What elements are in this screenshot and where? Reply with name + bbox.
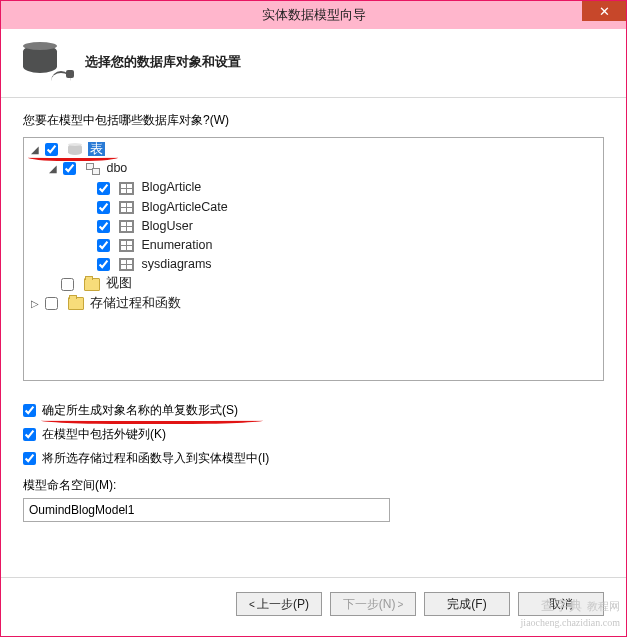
options-area: 确定所生成对象名称的单复数形式(S) 在模型中包括外键列(K) 将所选存储过程和… [23, 395, 604, 522]
chevron-left-icon: < [249, 599, 255, 610]
option-import-sprocs-row: 将所选存储过程和函数导入到实体模型中(I) [23, 450, 604, 467]
wizard-header: 选择您的数据库对象和设置 [1, 29, 626, 98]
table-checkbox[interactable] [97, 201, 110, 214]
schema-checkbox[interactable] [63, 162, 76, 175]
tree-node-table[interactable]: ▸ BlogUser [26, 217, 601, 236]
back-button[interactable]: < 上一步(P) [236, 592, 322, 616]
sprocs-label: 存储过程和函数 [90, 296, 181, 310]
wizard-window: 实体数据模型向导 ✕ 选择您的数据库对象和设置 您要在模型中包括哪些数据库对象?… [0, 0, 627, 637]
table-label: BlogArticle [141, 181, 201, 195]
chevron-right-icon: > [397, 599, 403, 610]
import-sprocs-label: 将所选存储过程和函数导入到实体模型中(I) [42, 450, 269, 467]
namespace-label: 模型命名空间(M): [23, 477, 604, 494]
option-include-fk-row: 在模型中包括外键列(K) [23, 426, 604, 443]
object-tree[interactable]: ◢ 表 ◢ dbo ▸ BlogArticle ▸ Bl [23, 137, 604, 381]
tree-node-schema-dbo[interactable]: ◢ dbo [26, 159, 601, 178]
tree-node-table[interactable]: ▸ BlogArticleCate [26, 198, 601, 217]
folder-icon [68, 297, 84, 310]
close-icon: ✕ [599, 4, 610, 19]
collapse-icon[interactable]: ▷ [30, 294, 40, 313]
include-fk-checkbox[interactable] [23, 428, 36, 441]
tree-node-views[interactable]: ▸ 视图 [26, 274, 601, 293]
table-checkbox[interactable] [97, 182, 110, 195]
window-title: 实体数据模型向导 [262, 6, 366, 24]
schema-label: dbo [106, 161, 127, 175]
option-pluralize-row: 确定所生成对象名称的单复数形式(S) [23, 402, 604, 419]
table-checkbox[interactable] [97, 220, 110, 233]
wizard-content: 您要在模型中包括哪些数据库对象?(W) ◢ 表 ◢ dbo ▸ BlogArti… [1, 98, 626, 577]
select-objects-label: 您要在模型中包括哪些数据库对象?(W) [23, 112, 604, 129]
schema-icon [86, 163, 100, 175]
namespace-input[interactable] [23, 498, 390, 522]
next-button: 下一步(N) > [330, 592, 416, 616]
table-checkbox[interactable] [97, 239, 110, 252]
import-sprocs-checkbox[interactable] [23, 452, 36, 465]
tables-root-checkbox[interactable] [45, 143, 58, 156]
wizard-subtitle: 选择您的数据库对象和设置 [85, 53, 241, 71]
include-fk-label: 在模型中包括外键列(K) [42, 426, 166, 443]
pluralize-label: 确定所生成对象名称的单复数形式(S) [42, 402, 238, 419]
expand-icon[interactable]: ◢ [30, 140, 40, 159]
views-label: 视图 [106, 277, 132, 291]
database-small-icon [68, 144, 82, 155]
database-icon [23, 45, 65, 79]
table-label: BlogUser [141, 219, 192, 233]
close-button[interactable]: ✕ [582, 1, 626, 21]
expand-icon[interactable]: ◢ [48, 159, 58, 178]
table-icon [119, 258, 134, 271]
tree-node-table[interactable]: ▸ Enumeration [26, 236, 601, 255]
tree-node-table[interactable]: ▸ sysdiagrams [26, 255, 601, 274]
next-button-label: 下一步(N) [343, 596, 396, 613]
tree-node-table[interactable]: ▸ BlogArticle [26, 178, 601, 197]
tree-node-sprocs[interactable]: ▷ 存储过程和函数 [26, 294, 601, 313]
folder-icon [84, 278, 100, 291]
table-icon [119, 182, 134, 195]
titlebar: 实体数据模型向导 ✕ [1, 1, 626, 29]
table-label: BlogArticleCate [141, 200, 227, 214]
table-checkbox[interactable] [97, 258, 110, 271]
finish-button-label: 完成(F) [447, 596, 486, 613]
tables-root-label: 表 [88, 142, 105, 156]
table-icon [119, 201, 134, 214]
table-icon [119, 220, 134, 233]
cancel-button[interactable]: 取消 [518, 592, 604, 616]
cancel-button-label: 取消 [549, 596, 573, 613]
table-label: sysdiagrams [141, 257, 211, 271]
pluralize-checkbox[interactable] [23, 404, 36, 417]
tree-node-tables-root[interactable]: ◢ 表 [26, 140, 601, 159]
wizard-footer: < 上一步(P) 下一步(N) > 完成(F) 取消 [1, 577, 626, 636]
sprocs-checkbox[interactable] [45, 297, 58, 310]
table-icon [119, 239, 134, 252]
table-label: Enumeration [141, 238, 212, 252]
back-button-label: 上一步(P) [257, 596, 309, 613]
views-checkbox[interactable] [61, 278, 74, 291]
finish-button[interactable]: 完成(F) [424, 592, 510, 616]
